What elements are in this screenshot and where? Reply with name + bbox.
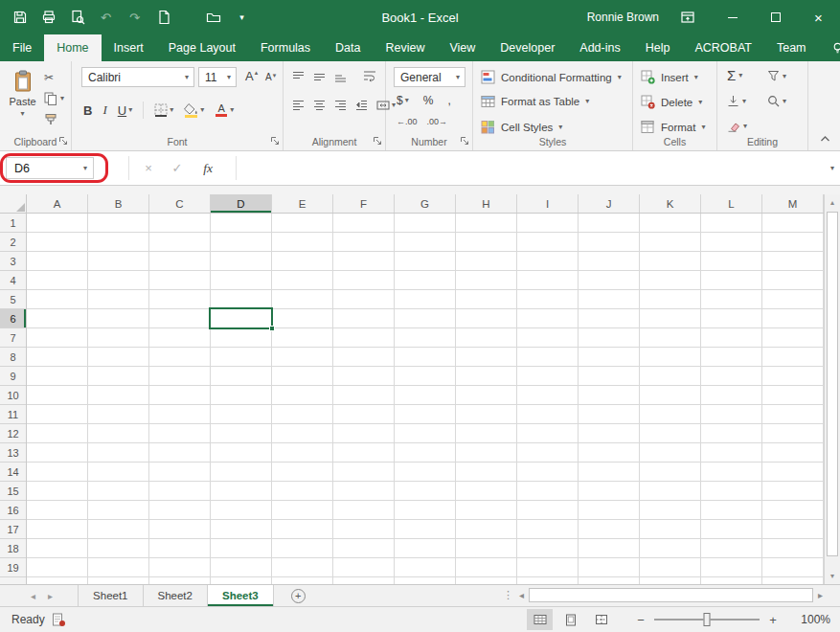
fill-color-dropdown-icon[interactable]: ▾: [200, 106, 204, 114]
autosum-dropdown-icon[interactable]: ▾: [738, 72, 742, 79]
row-header-12[interactable]: 12: [0, 424, 26, 443]
grow-font-button[interactable]: A▴: [245, 69, 258, 83]
font-name-dropdown-icon[interactable]: ▾: [180, 74, 193, 81]
row-header-19[interactable]: 19: [0, 558, 26, 577]
find-select-dropdown-icon[interactable]: ▾: [783, 98, 786, 105]
row-header-11[interactable]: 11: [0, 405, 26, 424]
redo-icon[interactable]: ↷: [126, 10, 143, 26]
row-header-13[interactable]: 13: [0, 443, 26, 463]
tab-team[interactable]: Team: [764, 34, 819, 61]
vertical-scrollbar[interactable]: ▴ ▾: [824, 194, 840, 584]
tab-formulas[interactable]: Formulas: [248, 34, 323, 61]
tab-review[interactable]: Review: [373, 34, 437, 61]
horizontal-scrollbar[interactable]: ◂ ▸: [519, 584, 823, 606]
wrap-text-icon[interactable]: [363, 70, 376, 82]
name-box-dropdown-icon[interactable]: ▾: [78, 165, 93, 172]
decrease-decimal-button[interactable]: .00→: [427, 117, 448, 126]
zoom-slider-thumb[interactable]: [704, 613, 711, 626]
row-header-15[interactable]: 15: [0, 482, 26, 501]
zoom-slider[interactable]: [654, 619, 760, 621]
alignment-dialog-launcher-icon[interactable]: [373, 136, 382, 146]
tab-view[interactable]: View: [437, 34, 488, 61]
new-sheet-button[interactable]: +: [291, 589, 306, 603]
normal-view-button[interactable]: [527, 609, 553, 630]
underline-dropdown-icon[interactable]: ▾: [128, 106, 132, 114]
next-sheet-icon[interactable]: ▸: [48, 591, 53, 601]
bold-button[interactable]: B: [83, 103, 92, 118]
find-select-button[interactable]: ▾: [767, 95, 786, 107]
accounting-format-button[interactable]: $▾: [397, 94, 409, 107]
previous-sheet-icon[interactable]: ◂: [31, 591, 35, 601]
fill-handle[interactable]: [269, 326, 275, 331]
align-left-icon[interactable]: [292, 100, 305, 111]
paste-dropdown-icon[interactable]: ▾: [20, 110, 24, 118]
column-header-h[interactable]: H: [456, 194, 517, 213]
print-preview-icon[interactable]: [69, 10, 85, 26]
row-header-3[interactable]: 3: [0, 252, 26, 271]
delete-cells-button[interactable]: Delete ▾: [641, 95, 702, 109]
enter-button[interactable]: ✓: [165, 151, 190, 185]
cut-button[interactable]: ✂: [44, 70, 64, 84]
cell-styles-button[interactable]: Cell Styles ▾: [481, 120, 562, 134]
fill-color-button[interactable]: ▾: [184, 102, 204, 118]
page-break-preview-button[interactable]: [588, 609, 614, 630]
clear-dropdown-icon[interactable]: ▾: [743, 123, 747, 130]
conditional-formatting-button[interactable]: Conditional Formatting ▾: [481, 70, 622, 84]
row-header-5[interactable]: 5: [0, 290, 26, 309]
user-name[interactable]: Ronnie Brown: [587, 11, 659, 24]
format-painter-button[interactable]: [44, 112, 64, 126]
column-header-f[interactable]: F: [333, 194, 395, 213]
row-header-1[interactable]: 1: [0, 214, 26, 233]
row-header-8[interactable]: 8: [0, 348, 26, 367]
column-header-l[interactable]: L: [701, 194, 762, 213]
sheet-cells[interactable]: [27, 214, 824, 584]
row-header-16[interactable]: 16: [0, 501, 26, 520]
macro-record-icon[interactable]: [52, 613, 66, 627]
font-color-button[interactable]: A ▾: [215, 103, 234, 117]
number-dialog-launcher-icon[interactable]: [460, 136, 469, 146]
row-header-9[interactable]: 9: [0, 367, 26, 386]
middle-align-icon[interactable]: [313, 71, 326, 82]
column-header-b[interactable]: B: [88, 194, 149, 213]
font-size-combo[interactable]: 11 ▾: [198, 67, 237, 87]
undo-icon[interactable]: ↶: [98, 10, 114, 26]
column-header-m[interactable]: M: [762, 194, 824, 213]
number-format-combo[interactable]: General ▾: [394, 67, 465, 87]
column-header-k[interactable]: K: [640, 194, 701, 213]
tell-me-button[interactable]: Tell me: [819, 34, 840, 61]
maximize-button[interactable]: [754, 0, 797, 34]
column-header-d[interactable]: D: [211, 194, 272, 213]
fill-dropdown-icon[interactable]: ▾: [742, 98, 746, 105]
zoom-out-button[interactable]: −: [631, 613, 650, 627]
center-align-icon[interactable]: [313, 100, 326, 111]
column-header-e[interactable]: E: [272, 194, 333, 213]
active-cell-selection[interactable]: [209, 307, 273, 329]
shrink-font-button[interactable]: A▾: [265, 72, 276, 82]
tab-developer[interactable]: Developer: [488, 34, 567, 61]
tab-home[interactable]: Home: [44, 34, 101, 61]
increase-decimal-button[interactable]: ←.00: [397, 117, 418, 126]
customize-qat-icon[interactable]: ▾: [234, 10, 250, 26]
row-header-6[interactable]: 6: [0, 309, 26, 328]
sort-filter-button[interactable]: ▾: [767, 70, 786, 82]
font-color-dropdown-icon[interactable]: ▾: [230, 106, 234, 114]
close-button[interactable]: ×: [797, 0, 840, 34]
number-format-dropdown-icon[interactable]: ▾: [451, 74, 465, 81]
column-header-g[interactable]: G: [395, 194, 456, 213]
insert-cells-button[interactable]: Insert ▾: [641, 70, 698, 84]
scroll-right-icon[interactable]: ▸: [818, 590, 823, 600]
zoom-percentage[interactable]: 100%: [788, 613, 830, 626]
select-all-button[interactable]: [0, 194, 27, 214]
top-align-icon[interactable]: [292, 71, 305, 82]
clear-button[interactable]: ▾: [727, 120, 747, 132]
page-layout-view-button[interactable]: [557, 609, 583, 630]
borders-dropdown-icon[interactable]: ▾: [170, 106, 173, 114]
align-right-icon[interactable]: [334, 100, 347, 111]
font-size-dropdown-icon[interactable]: ▾: [222, 74, 236, 81]
column-header-c[interactable]: C: [149, 194, 211, 213]
column-header-j[interactable]: J: [579, 194, 640, 213]
name-box[interactable]: D6 ▾: [6, 157, 94, 179]
minimize-button[interactable]: [711, 0, 754, 34]
row-header-partial[interactable]: [0, 577, 26, 584]
vertical-scrollbar-thumb[interactable]: [827, 212, 838, 556]
